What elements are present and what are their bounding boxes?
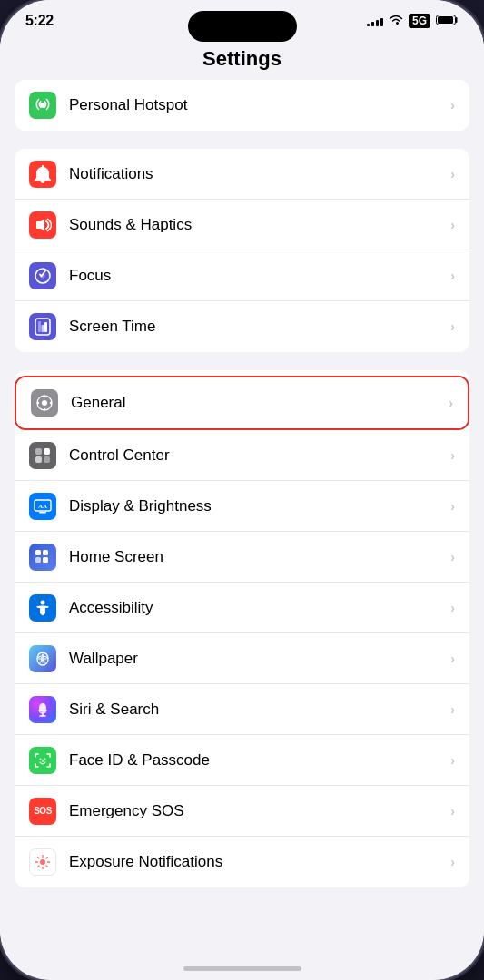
screen-time-label: Screen Time [69, 318, 450, 336]
svg-line-45 [46, 866, 48, 867]
row-accessibility[interactable]: Accessibility › [15, 583, 469, 633]
accessibility-chevron: › [450, 601, 455, 615]
svg-line-46 [46, 857, 48, 858]
svg-point-30 [42, 661, 44, 662]
face-id-chevron: › [450, 753, 455, 768]
exposure-icon [29, 848, 56, 876]
svg-point-10 [42, 400, 47, 406]
svg-point-11 [44, 396, 45, 397]
row-exposure-notifications[interactable]: Exposure Notifications › [15, 837, 469, 887]
row-siri-search[interactable]: Siri & Search › [15, 684, 469, 735]
signal-bar-4 [380, 18, 383, 26]
wallpaper-label: Wallpaper [69, 650, 450, 668]
display-brightness-label: Display & Brightness [69, 497, 450, 515]
general-chevron: › [449, 396, 453, 410]
row-screen-time[interactable]: Screen Time › [15, 301, 469, 352]
notifications-chevron: › [450, 167, 455, 181]
group-system: General › Control Center [15, 370, 469, 887]
row-focus[interactable]: Focus › [15, 250, 469, 301]
row-notifications[interactable]: Notifications › [15, 149, 469, 200]
home-screen-label: Home Screen [69, 548, 450, 566]
emergency-sos-label: Emergency SOS [69, 802, 450, 820]
accessibility-icon [29, 594, 56, 622]
sounds-chevron: › [450, 218, 455, 232]
dynamic-island [188, 11, 297, 42]
sos-text: SOS [34, 806, 52, 816]
home-indicator[interactable] [183, 966, 301, 971]
face-id-icon [29, 747, 56, 774]
svg-rect-18 [44, 456, 50, 463]
row-face-id[interactable]: Face ID & Passcode › [15, 735, 469, 786]
svg-point-32 [44, 657, 46, 659]
notifications-icon [29, 161, 56, 188]
svg-rect-17 [35, 456, 42, 463]
hotspot-icon [29, 92, 56, 119]
control-center-icon [29, 442, 56, 469]
general-label: General [71, 394, 449, 412]
siri-chevron: › [450, 702, 455, 717]
svg-point-39 [40, 859, 45, 865]
emergency-sos-icon: SOS [29, 798, 56, 825]
row-wallpaper[interactable]: Wallpaper › [15, 633, 469, 684]
exposure-notifications-label: Exposure Notifications [69, 853, 450, 871]
display-chevron: › [450, 499, 455, 514]
status-time: 5:22 [25, 13, 54, 29]
svg-rect-22 [35, 550, 41, 555]
row-display-brightness[interactable]: AA Display & Brightness › [15, 481, 469, 532]
accessibility-label: Accessibility [69, 599, 450, 617]
svg-rect-8 [44, 322, 47, 332]
page-title: Settings [18, 47, 466, 71]
svg-point-29 [42, 654, 44, 656]
siri-icon [29, 696, 56, 723]
svg-point-13 [37, 402, 39, 404]
row-sounds-haptics[interactable]: Sounds & Haptics › [15, 200, 469, 250]
status-icons: 5G [367, 13, 459, 29]
screen-time-chevron: › [450, 319, 455, 334]
svg-rect-23 [43, 550, 48, 555]
svg-rect-24 [35, 557, 41, 563]
hotspot-label: Personal Hotspot [69, 96, 450, 114]
face-id-label: Face ID & Passcode [69, 751, 450, 769]
wallpaper-icon [29, 645, 56, 672]
siri-search-label: Siri & Search [69, 701, 450, 719]
svg-rect-7 [42, 325, 44, 332]
svg-line-47 [37, 866, 39, 867]
row-general[interactable]: General › [16, 377, 468, 428]
svg-point-12 [44, 408, 45, 410]
row-emergency-sos[interactable]: SOS Emergency SOS › [15, 786, 469, 837]
sounds-haptics-label: Sounds & Haptics [69, 216, 450, 234]
group-hotspot: Personal Hotspot › [15, 80, 469, 131]
svg-point-33 [39, 703, 46, 712]
svg-point-31 [38, 657, 40, 659]
svg-rect-6 [38, 321, 41, 332]
group-notifications: Notifications › Sounds & Haptics › [15, 149, 469, 352]
svg-rect-15 [35, 448, 42, 455]
svg-point-37 [44, 758, 46, 760]
bottom-spacer [0, 906, 484, 942]
svg-line-44 [37, 857, 39, 858]
5g-icon: 5G [409, 14, 430, 28]
svg-text:AA: AA [38, 502, 47, 509]
svg-rect-1 [438, 16, 453, 24]
sounds-icon [29, 211, 56, 239]
svg-rect-25 [43, 557, 48, 563]
row-home-screen[interactable]: Home Screen › [15, 532, 469, 583]
svg-marker-3 [36, 219, 44, 231]
svg-point-14 [50, 402, 52, 404]
signal-bar-1 [367, 24, 370, 26]
svg-point-36 [40, 758, 42, 760]
display-icon: AA [29, 493, 56, 520]
row-control-center[interactable]: Control Center › [15, 430, 469, 481]
screen-content[interactable]: Settings Personal Hotspot [0, 36, 484, 965]
signal-bar-3 [376, 20, 379, 26]
signal-bar-2 [371, 22, 374, 26]
svg-point-28 [41, 656, 45, 661]
focus-icon [29, 262, 56, 289]
focus-chevron: › [450, 269, 455, 283]
row-personal-hotspot[interactable]: Personal Hotspot › [15, 80, 469, 131]
signal-bars-icon [367, 15, 383, 26]
svg-rect-16 [44, 448, 50, 455]
focus-label: Focus [69, 267, 450, 285]
wallpaper-chevron: › [450, 652, 455, 666]
screen-time-icon [29, 313, 56, 340]
